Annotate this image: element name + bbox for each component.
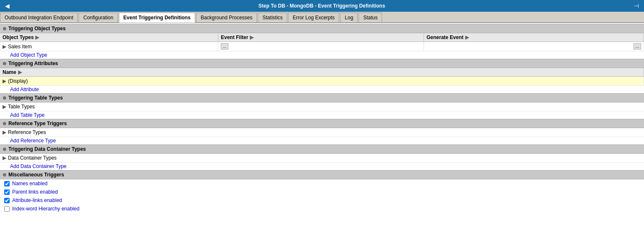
row-expander[interactable]: ▶: [3, 44, 6, 50]
generate-event-cell: ...: [424, 42, 644, 51]
event-filter-cell: ...: [218, 42, 424, 51]
add-data-container-type-link-container: Add Data Container Type: [0, 163, 644, 170]
object-type-cell: ▶ Sales Item: [0, 42, 218, 51]
table-types-expander[interactable]: ▶: [3, 104, 6, 110]
add-object-type-link-container: Add Object Type: [0, 51, 644, 59]
attribute-row: ▶ (Display): [0, 77, 644, 86]
attribute-name-cell: ▶ (Display): [0, 77, 644, 85]
table-types-label: Table Types: [8, 104, 35, 110]
reference-type-triggers-title: Reference Type Triggers: [8, 121, 67, 126]
add-table-type-link-container: Add Table Type: [0, 111, 644, 119]
reference-types-expander[interactable]: ▶: [3, 129, 6, 135]
triggering-attributes-header: ⊕ Triggering Attributes: [0, 59, 644, 68]
col-name: Name ▶: [0, 68, 644, 76]
object-types-grid-header: Object Types ▶ Event Filter ▶ Generate E…: [0, 33, 644, 42]
attribute-name: (Display): [8, 78, 28, 84]
triggering-data-container-types-title: Triggering Data Container Types: [8, 146, 86, 152]
pin-icon4: ⊕: [3, 121, 6, 126]
attribute-links-label[interactable]: Attribute-links enabled: [12, 197, 62, 203]
triggering-attributes-title: Triggering Attributes: [8, 60, 58, 66]
main-content: ⊕ Triggering Object Types Object Types ▶…: [0, 23, 644, 231]
pin-icon2: ⊕: [3, 61, 6, 66]
title-bar: ◀ Step To DB - MongoDB - Event Triggerin…: [0, 0, 644, 12]
add-reference-type-link-container: Add Reference Type: [0, 137, 644, 144]
data-container-types-row: ▶ Data Container Types: [0, 154, 644, 163]
attribute-expander[interactable]: ▶: [3, 78, 6, 84]
index-word-label[interactable]: Index-word Hierarchy enabled: [12, 206, 79, 212]
names-enabled-label[interactable]: Names enabled: [12, 181, 47, 186]
generate-event-dots[interactable]: ...: [634, 43, 641, 50]
window-title: Step To DB - MongoDB - Event Triggering …: [12, 3, 631, 9]
tab-error-log[interactable]: Error Log Excerpts: [288, 13, 339, 22]
triggering-table-types-title: Triggering Table Types: [8, 95, 63, 101]
reference-types-label: Reference Types: [8, 129, 46, 135]
col-object-types: Object Types ▶: [0, 33, 218, 42]
add-object-type-link[interactable]: Add Object Type: [0, 51, 58, 59]
miscellaneous-triggers-header: ⊕ Miscellaneous Triggers: [0, 170, 644, 179]
add-attribute-link-container: Add Attribute: [0, 86, 644, 93]
index-word-checkbox[interactable]: [4, 206, 10, 212]
pin-icon5: ⊕: [3, 147, 6, 152]
triggering-data-container-types-header: ⊕ Triggering Data Container Types: [0, 144, 644, 154]
tab-event-triggering[interactable]: Event Triggering Definitions: [119, 13, 195, 23]
tab-bar: Outbound Integration Endpoint Configurat…: [0, 12, 644, 23]
parent-links-label[interactable]: Parent links enabled: [12, 189, 58, 195]
triggering-object-types-title: Triggering Object Types: [8, 26, 65, 32]
tab-outbound[interactable]: Outbound Integration Endpoint: [0, 13, 78, 22]
miscellaneous-triggers-title: Miscellaneous Triggers: [8, 172, 64, 178]
parent-links-checkbox[interactable]: [4, 189, 10, 195]
tab-status[interactable]: Status: [359, 13, 382, 22]
names-enabled-checkbox[interactable]: [4, 181, 10, 186]
checkbox-attribute-links: Attribute-links enabled: [0, 196, 644, 205]
back-button[interactable]: ◀: [3, 3, 12, 9]
attribute-links-checkbox[interactable]: [4, 198, 10, 203]
pin-button[interactable]: ⊣: [631, 3, 641, 9]
table-types-row: ▶ Table Types: [0, 102, 644, 111]
add-attribute-link[interactable]: Add Attribute: [0, 86, 49, 93]
triggering-object-types-header: ⊕ Triggering Object Types: [0, 24, 644, 33]
checkbox-index-word: Index-word Hierarchy enabled: [0, 205, 644, 213]
checkbox-names-enabled: Names enabled: [0, 179, 644, 188]
object-types-row: ▶ Sales Item ... ...: [0, 42, 644, 51]
pin-icon6: ⊕: [3, 172, 6, 178]
pin-icon3: ⊕: [3, 95, 6, 101]
checkbox-parent-links: Parent links enabled: [0, 188, 644, 196]
reference-type-triggers-header: ⊕ Reference Type Triggers: [0, 119, 644, 128]
event-filter-dots[interactable]: ...: [221, 43, 228, 50]
add-data-container-type-link[interactable]: Add Data Container Type: [0, 163, 77, 170]
tab-configuration[interactable]: Configuration: [79, 13, 118, 22]
col-event-filter: Event Filter ▶: [218, 33, 424, 42]
tab-statistics[interactable]: Statistics: [258, 13, 287, 22]
data-container-types-label: Data Container Types: [8, 155, 57, 161]
object-type-name: Sales Item: [8, 44, 32, 50]
add-reference-type-link[interactable]: Add Reference Type: [0, 137, 66, 144]
tab-background[interactable]: Background Processes: [196, 13, 257, 22]
data-container-types-expander[interactable]: ▶: [3, 155, 6, 161]
attributes-grid-header: Name ▶: [0, 68, 644, 77]
col-generate-event: Generate Event ▶: [424, 33, 644, 42]
reference-types-row: ▶ Reference Types: [0, 128, 644, 137]
tab-log[interactable]: Log: [340, 13, 358, 22]
pin-icon: ⊕: [3, 26, 6, 32]
add-table-type-link[interactable]: Add Table Type: [0, 111, 55, 119]
triggering-table-types-header: ⊕ Triggering Table Types: [0, 93, 644, 102]
